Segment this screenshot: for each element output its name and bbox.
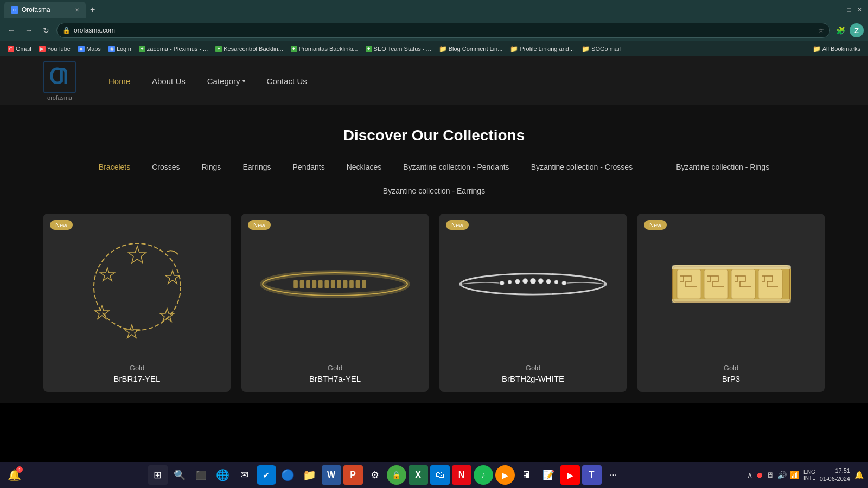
- bookmark-blog[interactable]: 📁 Blog Comment Lin...: [436, 44, 506, 54]
- product-material-1: Gold: [52, 364, 222, 372]
- bookmark-seo[interactable]: + SEO Team Status - ...: [362, 44, 435, 53]
- bookmark-login-label: Login: [117, 46, 131, 52]
- cat-tab-earrings[interactable]: Earrings: [242, 160, 271, 174]
- back-button[interactable]: ←: [4, 23, 18, 37]
- folder-icon-3: 📁: [582, 45, 590, 53]
- product-image-2: [241, 214, 429, 355]
- bookmark-gmail[interactable]: G Gmail: [4, 44, 35, 53]
- close-button[interactable]: ✕: [856, 6, 864, 14]
- word-button[interactable]: W: [322, 465, 341, 485]
- taskbar-right: ∧ ⏺ 🖥 🔊 📶 ENGINTL 17:51 01-06-2024 🔔: [747, 467, 864, 484]
- mail-button[interactable]: ✉: [235, 465, 254, 485]
- cat-tab-pendants[interactable]: Pendants: [293, 160, 325, 174]
- bookmark-login[interactable]: ◉ Login: [105, 44, 135, 53]
- cat-tab-bracelets[interactable]: Bracelets: [99, 160, 130, 174]
- bookmark-maps[interactable]: ◆ Maps: [75, 44, 104, 53]
- notification-button[interactable]: 🔔 1: [4, 465, 24, 485]
- url-text: orofasma.com: [74, 27, 815, 34]
- calculator-button[interactable]: 🖩: [517, 465, 537, 485]
- star-icon[interactable]: ☆: [818, 27, 824, 34]
- bookmark-youtube[interactable]: ▶ YouTube: [36, 44, 74, 53]
- svg-rect-7: [312, 280, 317, 288]
- nav-home[interactable]: Home: [108, 76, 130, 86]
- bookmark-sogo[interactable]: 📁 SOGo mail: [578, 44, 624, 54]
- bookmarks-bar: G Gmail ▶ YouTube ◆ Maps ◉ Login + zaeem…: [0, 41, 868, 56]
- tray-record-icon[interactable]: ⏺: [756, 471, 763, 479]
- cat-tab-crosses[interactable]: Crosses: [152, 160, 180, 174]
- svg-point-16: [461, 274, 605, 294]
- notifications-icon[interactable]: 🔔: [854, 471, 864, 479]
- tray-icon-2[interactable]: 🖥: [767, 471, 774, 479]
- bookmark-promantas[interactable]: + Promantas Backlinki...: [288, 44, 361, 53]
- section-title: Discover Our Collections: [43, 127, 825, 144]
- youtube-app-button[interactable]: ▶: [560, 465, 580, 485]
- cat-tab-rings[interactable]: Rings: [202, 160, 221, 174]
- site-logo[interactable]: Ƣ orofasma: [43, 61, 76, 101]
- edge-button[interactable]: 🌐: [213, 465, 233, 485]
- start-button[interactable]: ⊞: [148, 465, 168, 485]
- product-card-4[interactable]: New: [637, 214, 825, 392]
- svg-point-17: [500, 281, 505, 285]
- product-info-1: Gold BrBR17-YEL: [43, 355, 231, 392]
- language-indicator[interactable]: ENGINTL: [803, 469, 815, 481]
- product-card-2[interactable]: New: [241, 214, 429, 392]
- settings-button[interactable]: ⚙: [365, 465, 385, 485]
- tray-icon-1[interactable]: ∧: [747, 471, 752, 479]
- spotify-button[interactable]: ♪: [474, 465, 493, 485]
- more-button[interactable]: ···: [604, 465, 623, 485]
- excel-button[interactable]: X: [409, 465, 428, 485]
- teams-button[interactable]: T: [582, 465, 602, 485]
- bookmark-all-label: All Bookmarks: [822, 46, 860, 52]
- new-badge-2: New: [248, 220, 271, 230]
- network-icon[interactable]: 📶: [790, 471, 799, 479]
- explorer-button[interactable]: 📁: [300, 465, 320, 485]
- bookmark-profile[interactable]: 📁 Profile Linking and...: [507, 44, 577, 54]
- bookmark-zaeema[interactable]: + zaeema - Pleximus - ...: [136, 44, 211, 53]
- store-button[interactable]: 🛍: [430, 465, 450, 485]
- powerpoint-button[interactable]: P: [343, 465, 363, 485]
- vpn-button[interactable]: 🔒: [387, 465, 406, 485]
- cat-tab-byzantine-earrings[interactable]: Byzantine collection - Earrings: [383, 184, 485, 197]
- forward-button[interactable]: →: [22, 23, 36, 37]
- nav-category[interactable]: Category ▾: [207, 76, 245, 86]
- product-card-1[interactable]: New: [43, 214, 231, 392]
- task-view-button[interactable]: ⬛: [192, 465, 211, 485]
- refresh-button[interactable]: ↻: [39, 23, 53, 37]
- netflix-button[interactable]: N: [452, 465, 471, 485]
- logo-svg: Ƣ: [46, 63, 73, 91]
- clock[interactable]: 17:51 01-06-2024: [820, 467, 850, 484]
- volume-icon[interactable]: 🔊: [777, 471, 787, 479]
- product-image-3: [439, 214, 627, 355]
- chrome-button[interactable]: 🔵: [278, 465, 298, 485]
- maximize-button[interactable]: □: [845, 6, 853, 14]
- todo-button[interactable]: ✔: [257, 465, 276, 485]
- new-tab-button[interactable]: +: [90, 5, 95, 15]
- cat-tab-byzantine-crosses[interactable]: Byzantine collection - Crosses: [531, 160, 633, 174]
- minimize-button[interactable]: —: [834, 6, 842, 14]
- nav-contact[interactable]: Contact Us: [267, 76, 307, 86]
- search-button[interactable]: 🔍: [170, 465, 189, 485]
- url-bar[interactable]: 🔒 orofasma.com ☆: [56, 23, 830, 38]
- profile-button[interactable]: Z: [850, 23, 864, 37]
- bookmark-kesarcontrol[interactable]: + Kesarcontrol Backlin...: [212, 44, 286, 53]
- cat-tab-byzantine-rings[interactable]: Byzantine collection - Rings: [676, 160, 769, 174]
- cat-tab-necklaces[interactable]: Necklaces: [347, 160, 382, 174]
- nav-about[interactable]: About Us: [152, 76, 186, 86]
- tab-close-button[interactable]: ✕: [75, 7, 79, 13]
- svg-rect-35: [672, 299, 791, 303]
- main-content: Discover Our Collections Bracelets Cross…: [0, 105, 868, 403]
- bm-icon-2: +: [215, 46, 222, 52]
- svg-rect-9: [324, 280, 329, 288]
- product-card-3[interactable]: New: [439, 214, 627, 392]
- media-button[interactable]: ▶: [495, 465, 515, 485]
- extensions-button[interactable]: 🧩: [833, 23, 847, 37]
- bm-icon-1: +: [139, 46, 145, 52]
- bracelet-star-svg: [78, 224, 197, 344]
- browser-tab[interactable]: O Orofasma ✕: [4, 2, 86, 18]
- bookmark-all[interactable]: 📁 All Bookmarks: [809, 44, 864, 54]
- taskbar-left: 🔔 1: [4, 465, 24, 485]
- taskbar: 🔔 1 ⊞ 🔍 ⬛ 🌐 ✉ ✔ 🔵 📁 W P: [0, 462, 868, 488]
- notepad-button[interactable]: 📝: [539, 465, 558, 485]
- bm-icon-4: +: [366, 46, 372, 52]
- cat-tab-byzantine-pendants[interactable]: Byzantine collection - Pendants: [403, 160, 509, 174]
